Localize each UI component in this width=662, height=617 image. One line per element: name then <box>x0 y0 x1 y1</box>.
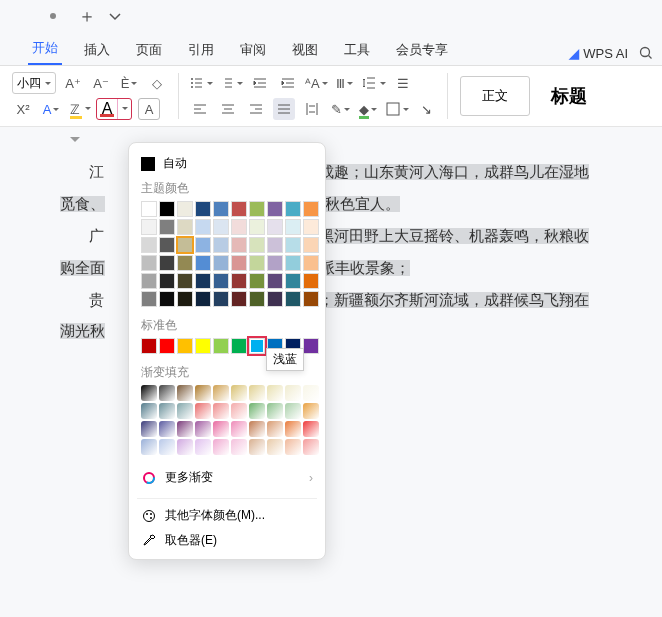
font-size-select[interactable]: 小四 <box>12 72 56 94</box>
decrease-indent-button[interactable] <box>249 72 271 94</box>
gradient-swatch[interactable] <box>195 403 211 419</box>
menu-tools[interactable]: 工具 <box>340 35 374 65</box>
gradient-swatch[interactable] <box>231 403 247 419</box>
theme-swatch[interactable] <box>141 273 157 289</box>
gradient-swatch[interactable] <box>141 403 157 419</box>
text-direction-button[interactable]: ᴬA <box>305 72 328 94</box>
paragraph-settings-button[interactable]: ☰ <box>392 72 414 94</box>
theme-swatch[interactable] <box>195 237 211 253</box>
style-body[interactable]: 正文 <box>460 76 530 116</box>
theme-swatch[interactable] <box>267 291 283 307</box>
menu-view[interactable]: 视图 <box>288 35 322 65</box>
tab-settings-button[interactable]: ✎ <box>329 98 351 120</box>
increase-indent-button[interactable] <box>277 72 299 94</box>
gradient-swatch[interactable] <box>213 421 229 437</box>
gradient-swatch[interactable] <box>267 385 283 401</box>
numbering-button[interactable] <box>219 72 243 94</box>
theme-swatch[interactable] <box>159 237 175 253</box>
standard-swatch[interactable] <box>231 338 247 354</box>
theme-swatch[interactable] <box>213 291 229 307</box>
ruler-indent-marker[interactable] <box>70 137 80 147</box>
theme-swatch[interactable] <box>267 237 283 253</box>
theme-swatch[interactable] <box>141 219 157 235</box>
theme-swatch[interactable] <box>213 201 229 217</box>
theme-swatch[interactable] <box>249 273 265 289</box>
theme-swatch[interactable] <box>159 291 175 307</box>
theme-swatch[interactable] <box>231 219 247 235</box>
gradient-swatch[interactable] <box>195 439 211 455</box>
theme-swatch[interactable] <box>213 273 229 289</box>
gradient-swatch[interactable] <box>213 439 229 455</box>
line-spacing-button[interactable] <box>362 72 386 94</box>
theme-swatch[interactable] <box>213 237 229 253</box>
gradient-swatch[interactable] <box>141 421 157 437</box>
theme-swatch[interactable] <box>213 219 229 235</box>
theme-swatch[interactable] <box>267 273 283 289</box>
theme-swatch[interactable] <box>177 255 193 271</box>
theme-swatch[interactable] <box>195 255 211 271</box>
gradient-swatch[interactable] <box>195 385 211 401</box>
theme-swatch[interactable] <box>141 237 157 253</box>
theme-swatch[interactable] <box>141 201 157 217</box>
shrink-font-button[interactable]: A⁻ <box>90 72 112 94</box>
standard-swatch[interactable] <box>213 338 229 354</box>
standard-swatch[interactable] <box>195 338 211 354</box>
menu-start[interactable]: 开始 <box>28 33 62 65</box>
theme-swatch[interactable] <box>303 273 319 289</box>
gradient-swatch[interactable] <box>141 439 157 455</box>
theme-swatch[interactable] <box>195 219 211 235</box>
theme-swatch[interactable] <box>285 201 301 217</box>
standard-swatch[interactable] <box>177 338 193 354</box>
highlight-button[interactable]: ℤ <box>68 98 90 120</box>
standard-swatch[interactable] <box>141 338 157 354</box>
standard-swatch[interactable] <box>303 338 319 354</box>
new-tab-button[interactable]: ＋ <box>76 5 98 27</box>
theme-swatch[interactable] <box>231 255 247 271</box>
wps-ai-button[interactable]: ◢WPS AI <box>569 46 628 61</box>
standard-swatch[interactable] <box>159 338 175 354</box>
theme-swatch[interactable] <box>231 201 247 217</box>
theme-swatch[interactable] <box>249 237 265 253</box>
theme-swatch[interactable] <box>177 273 193 289</box>
font-color-dropdown[interactable] <box>117 99 131 119</box>
gradient-swatch[interactable] <box>285 385 301 401</box>
document-area[interactable]: 江映成趣；山东黄河入海口，成群鸟儿在湿地 觅食、秋色宜人。 广江黑河田野上大豆摇… <box>0 127 662 378</box>
gradient-swatch[interactable] <box>177 421 193 437</box>
theme-swatch[interactable] <box>177 291 193 307</box>
theme-swatch[interactable] <box>285 219 301 235</box>
theme-swatch[interactable] <box>177 201 193 217</box>
align-justify-button[interactable] <box>273 98 295 120</box>
font-color-button[interactable]: A <box>96 98 132 120</box>
gradient-swatch[interactable] <box>303 403 319 419</box>
gradient-swatch[interactable] <box>177 403 193 419</box>
change-case-button[interactable]: Ѐ <box>118 72 140 94</box>
clear-format-button[interactable]: ◇ <box>146 72 168 94</box>
theme-swatch[interactable] <box>213 255 229 271</box>
border-button[interactable] <box>385 98 409 120</box>
superscript-button[interactable]: X² <box>12 98 34 120</box>
gradient-swatch[interactable] <box>177 439 193 455</box>
theme-swatch[interactable] <box>159 219 175 235</box>
theme-swatch[interactable] <box>285 237 301 253</box>
theme-swatch[interactable] <box>267 255 283 271</box>
theme-swatch[interactable] <box>195 291 211 307</box>
theme-swatch[interactable] <box>249 219 265 235</box>
theme-swatch[interactable] <box>159 201 175 217</box>
gradient-swatch[interactable] <box>285 403 301 419</box>
gradient-swatch[interactable] <box>249 385 265 401</box>
menu-page[interactable]: 页面 <box>132 35 166 65</box>
color-auto[interactable]: 自动 <box>129 151 325 176</box>
search-button[interactable] <box>638 45 654 61</box>
align-right-button[interactable] <box>245 98 267 120</box>
gradient-swatch[interactable] <box>249 439 265 455</box>
gradient-swatch[interactable] <box>303 421 319 437</box>
theme-swatch[interactable] <box>249 201 265 217</box>
standard-swatch[interactable] <box>249 338 265 354</box>
gradient-swatch[interactable] <box>231 385 247 401</box>
gradient-swatch[interactable] <box>285 421 301 437</box>
theme-swatch[interactable] <box>141 291 157 307</box>
gradient-swatch[interactable] <box>231 421 247 437</box>
theme-swatch[interactable] <box>141 255 157 271</box>
text-effects-button[interactable]: A <box>40 98 62 120</box>
gradient-swatch[interactable] <box>159 403 175 419</box>
